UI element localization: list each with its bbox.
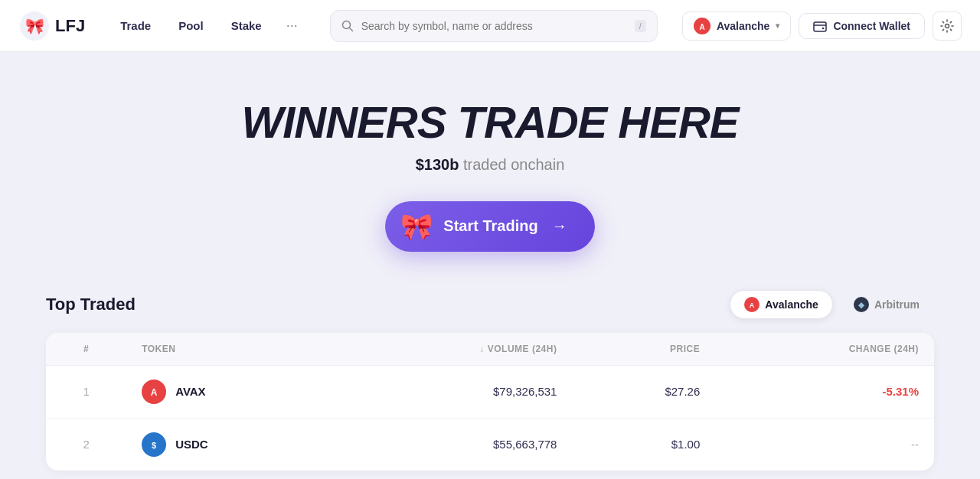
navbar: 🎀 LFJ Trade Pool Stake ··· / A Avalanche… — [0, 0, 980, 52]
row1-change: -5.31% — [715, 365, 934, 418]
chain-tab-arbitrum[interactable]: ◆ Arbitrum — [839, 290, 934, 319]
row1-price: $27.26 — [572, 365, 715, 418]
hero-amount: $130b — [416, 156, 459, 173]
svg-text:A: A — [699, 22, 704, 31]
avax-symbol: AVAX — [175, 385, 205, 398]
search-shortcut: / — [635, 20, 646, 32]
svg-text:🎀: 🎀 — [25, 17, 44, 35]
avalanche-tab-icon: A — [744, 297, 760, 312]
row2-token: $ USDC — [126, 418, 337, 471]
connect-wallet-label: Connect Wallet — [833, 20, 910, 32]
arbitrum-tab-label: Arbitrum — [874, 298, 920, 311]
row2-volume: $55,663,778 — [337, 418, 572, 471]
hero-section: WINNERS TRADE HERE $130b traded onchain … — [0, 52, 980, 290]
chain-tab-avalanche[interactable]: A Avalanche — [730, 290, 833, 319]
col-token: TOKEN — [126, 333, 337, 366]
svg-text:A: A — [151, 387, 158, 398]
row2-change: -- — [715, 418, 934, 471]
mascot-emoji: 🎀 — [400, 213, 433, 240]
svg-text:A: A — [750, 301, 755, 309]
nav-stake[interactable]: Stake — [220, 13, 273, 38]
connect-wallet-button[interactable]: Connect Wallet — [799, 13, 925, 39]
svg-text:◆: ◆ — [858, 301, 865, 309]
search-input[interactable] — [361, 20, 627, 32]
col-num: # — [46, 333, 126, 366]
table-header-row: # TOKEN ↓VOLUME (24H) PRICE CHANGE (24H) — [46, 333, 934, 366]
row2-num: 2 — [46, 418, 126, 471]
volume-sort-icon: ↓ — [479, 344, 485, 354]
hero-subtitle: $130b traded onchain — [416, 156, 565, 174]
chain-icon: A — [694, 18, 710, 34]
nav-right: A Avalanche ▾ Connect Wallet — [682, 11, 962, 41]
start-trading-button[interactable]: 🎀 Start Trading → — [385, 201, 594, 252]
svg-point-7 — [822, 27, 824, 28]
row1-volume: $79,326,531 — [337, 365, 572, 418]
section-header: Top Traded A Avalanche ◆ Arb — [46, 290, 934, 319]
avax-logo: A — [142, 380, 166, 404]
svg-rect-6 — [814, 22, 826, 31]
col-change: CHANGE (24H) — [715, 333, 934, 366]
logo-icon: 🎀 — [18, 10, 51, 42]
nav-trade[interactable]: Trade — [109, 13, 162, 38]
section-title: Top Traded — [46, 295, 136, 314]
row1-num: 1 — [46, 365, 126, 418]
svg-line-3 — [349, 28, 352, 31]
chain-name: Avalanche — [717, 20, 770, 32]
col-price: PRICE — [572, 333, 715, 366]
top-traded-section: Top Traded A Avalanche ◆ Arb — [0, 290, 980, 479]
col-volume: ↓VOLUME (24H) — [337, 333, 572, 366]
hero-subtitle-rest: traded onchain — [459, 156, 564, 173]
table-row[interactable]: 1 A AVAX $79,326,531 — [46, 365, 934, 418]
usdc-logo: $ — [142, 432, 166, 457]
svg-point-8 — [946, 24, 949, 28]
start-trading-label: Start Trading — [443, 217, 537, 235]
svg-text:$: $ — [152, 441, 156, 450]
search-icon — [341, 20, 354, 32]
settings-button[interactable] — [933, 11, 962, 41]
token-cell-usdc: $ USDC — [142, 432, 322, 457]
chain-tabs: A Avalanche ◆ Arbitrum — [730, 290, 934, 319]
nav-pool[interactable]: Pool — [168, 13, 214, 38]
logo[interactable]: 🎀 LFJ — [18, 10, 85, 42]
nav-links: Trade Pool Stake ··· — [109, 11, 305, 40]
wallet-icon — [813, 20, 827, 32]
logo-text: LFJ — [55, 16, 85, 36]
table-row[interactable]: 2 $ USDC $55,663,778 — [46, 418, 934, 471]
arrow-icon: → — [552, 217, 567, 235]
chain-chevron: ▾ — [776, 21, 779, 30]
avalanche-tab-label: Avalanche — [765, 298, 818, 311]
top-traded-table-container: # TOKEN ↓VOLUME (24H) PRICE CHANGE (24H)… — [46, 333, 934, 471]
row2-price: $1.00 — [572, 418, 715, 471]
chain-selector[interactable]: A Avalanche ▾ — [682, 11, 792, 41]
token-cell-avax: A AVAX — [142, 380, 322, 404]
hero-title: WINNERS TRADE HERE — [241, 98, 738, 147]
settings-icon — [940, 19, 954, 33]
row1-token: A AVAX — [126, 365, 337, 418]
usdc-symbol: USDC — [175, 438, 208, 451]
nav-more[interactable]: ··· — [279, 11, 305, 40]
arbitrum-tab-icon: ◆ — [854, 297, 869, 312]
search-bar: / — [330, 10, 658, 42]
top-traded-table: # TOKEN ↓VOLUME (24H) PRICE CHANGE (24H)… — [46, 333, 934, 471]
